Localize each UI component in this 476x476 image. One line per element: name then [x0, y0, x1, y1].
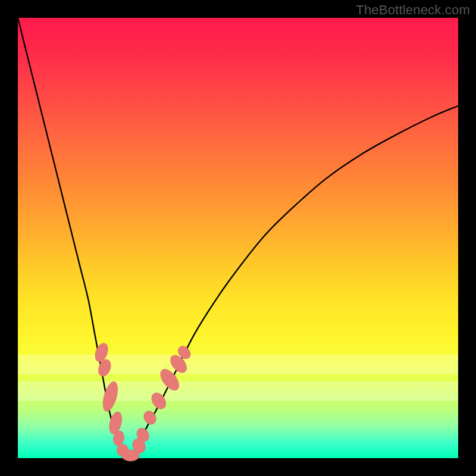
watermark-text: TheBottleneck.com — [356, 2, 470, 18]
data-marker — [149, 390, 169, 412]
data-markers — [93, 342, 193, 461]
bottleneck-curve — [18, 18, 458, 458]
curve-layer — [18, 18, 458, 458]
chart-frame: TheBottleneck.com — [0, 0, 476, 476]
data-marker — [100, 380, 120, 414]
